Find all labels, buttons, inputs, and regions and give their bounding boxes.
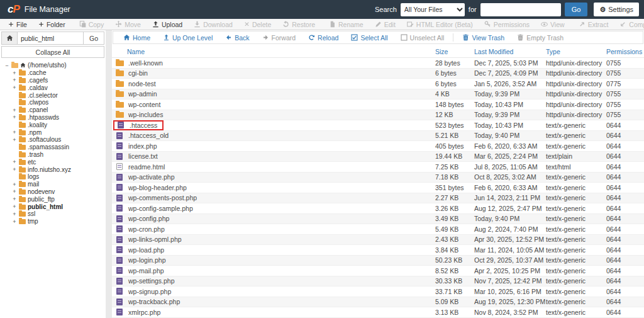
file-row-wp-signup-php[interactable]: wp-signup.php33.71 KBMar 10, 2025, 6:16 … <box>112 287 644 297</box>
tree-item-info-niutsho-xyz[interactable]: +info.niutsho.xyz <box>4 166 104 173</box>
path-go-button[interactable]: Go <box>84 31 104 45</box>
expand-icon[interactable]: + <box>12 77 17 83</box>
tree-item-cl-selector[interactable]: .cl.selector <box>4 91 104 99</box>
file-row-wp-blog-header-php[interactable]: wp-blog-header.php351 bytesFeb 6, 2020, … <box>112 183 644 193</box>
nav-back-button[interactable]: Back <box>219 34 255 42</box>
expand-icon[interactable]: + <box>12 188 17 195</box>
expand-icon[interactable]: + <box>12 196 17 202</box>
collapse-all-button[interactable]: Collapse All <box>1 46 104 58</box>
toolbar-folder-button[interactable]: Folder <box>33 19 71 30</box>
column-header-permissions[interactable]: Permissions <box>606 48 644 55</box>
tree-item-mail[interactable]: +mail <box>4 181 104 188</box>
file-name-cell[interactable]: node-test <box>112 80 435 88</box>
expand-icon[interactable]: + <box>12 137 17 143</box>
tree-item-caldav[interactable]: +.caldav <box>4 84 104 91</box>
column-header-last-modified[interactable]: Last Modified <box>474 48 546 55</box>
file-row-wp-config-sample-php[interactable]: wp-config-sample.php3.26 KBAug 12, 2025,… <box>112 203 644 214</box>
expand-icon[interactable]: + <box>12 203 17 210</box>
file-row-wp-mail-php[interactable]: wp-mail.php8.52 KBApr 2, 2025, 10:25 PMt… <box>112 266 644 276</box>
file-name-cell[interactable]: .htaccess <box>112 120 435 130</box>
expand-icon[interactable]: + <box>12 70 17 76</box>
file-row-wp-admin[interactable]: wp-admin4 KBToday, 9:39 PMhttpd/unix-dir… <box>112 89 644 100</box>
file-row-wp-links-opml-php[interactable]: wp-links-opml.php2.43 KBApr 30, 2025, 12… <box>112 235 644 246</box>
file-name-cell[interactable]: wp-signup.php <box>112 288 435 295</box>
path-input[interactable] <box>18 31 84 45</box>
file-name-cell[interactable]: license.txt <box>112 152 435 160</box>
tree-item-public-ftp[interactable]: +public_ftp <box>4 195 104 203</box>
nav-up-one-level-button[interactable]: Up One Level <box>157 34 219 42</box>
tree-item-clwpos[interactable]: .clwpos <box>4 99 104 106</box>
tree-item-nodevenv[interactable]: +nodevenv <box>4 188 104 196</box>
file-name-cell[interactable]: cgi-bin <box>112 69 435 77</box>
tree-item-spamassassin[interactable]: .spamassassin <box>4 144 104 151</box>
expand-icon[interactable]: + <box>12 129 17 135</box>
column-header-name[interactable]: Name <box>112 48 435 55</box>
file-name-cell[interactable]: wp-includes <box>112 111 435 118</box>
nav-select-all-button[interactable]: Select All <box>345 34 394 42</box>
file-row-wp-includes[interactable]: wp-includes12 KBToday, 9:39 PMhttpd/unix… <box>112 110 644 121</box>
file-name-cell[interactable]: wp-mail.php <box>112 267 435 275</box>
column-header-type[interactable]: Type <box>546 48 606 55</box>
file-name-cell[interactable]: .htaccess_old <box>112 132 435 139</box>
expand-icon[interactable]: + <box>12 159 17 165</box>
file-row-node-test[interactable]: node-test6 bytesJan 5, 2026, 3:52 AMhttp… <box>112 79 644 89</box>
search-scope-select[interactable]: All Your Files <box>401 3 465 16</box>
nav-reload-button[interactable]: Reload <box>302 34 345 42</box>
file-row-xmlrpc-php[interactable]: xmlrpc.php3.13 KBNov 8, 2024, 3:52 PMtex… <box>112 307 644 318</box>
file-name-cell[interactable]: readme.html <box>112 163 435 171</box>
file-row-well-known[interactable]: .well-known28 bytesDec 7, 2025, 5:03 PMh… <box>112 58 644 69</box>
file-name-cell[interactable]: .well-known <box>112 59 435 67</box>
file-row-wp-content[interactable]: wp-content148 bytesToday, 10:43 PMhttpd/… <box>112 99 644 110</box>
collapse-expander-icon[interactable]: − <box>4 62 9 69</box>
file-name-cell[interactable]: wp-config-sample.php <box>112 205 435 212</box>
file-name-cell[interactable]: wp-blog-header.php <box>112 184 435 191</box>
file-row-wp-cron-php[interactable]: wp-cron.php5.49 KBAug 2, 2024, 7:40 PMte… <box>112 224 644 235</box>
file-name-cell[interactable]: wp-activate.php <box>112 173 435 181</box>
nav-view-trash-button[interactable]: View Trash <box>456 34 511 42</box>
file-name-cell[interactable]: wp-links-opml.php <box>112 236 435 243</box>
file-row-wp-trackback-php[interactable]: wp-trackback.php5.09 KBAug 19, 2025, 12:… <box>112 297 644 308</box>
tree-item-ssl[interactable]: +ssl <box>4 210 104 218</box>
file-row-wp-settings-php[interactable]: wp-settings.php30.33 KBNov 7, 2025, 12:4… <box>112 276 644 287</box>
tree-item-public-html[interactable]: +public_html <box>4 203 104 210</box>
expand-icon[interactable]: + <box>12 107 17 113</box>
toolbar-upload-button[interactable]: Upload <box>147 19 188 30</box>
file-name-cell[interactable]: wp-comments-post.php <box>112 194 435 202</box>
column-header-size[interactable]: Size <box>435 48 474 55</box>
file-name-cell[interactable]: wp-load.php <box>112 246 435 254</box>
toolbar-file-button[interactable]: File <box>3 19 33 30</box>
tree-item-npm[interactable]: +.npm <box>4 128 104 136</box>
file-name-cell[interactable]: wp-settings.php <box>112 277 435 285</box>
search-go-button[interactable]: Go <box>565 3 588 16</box>
tree-item-etc[interactable]: +etc <box>4 158 104 166</box>
file-name-cell[interactable]: wp-login.php <box>112 256 435 264</box>
file-row-wp-activate-php[interactable]: wp-activate.php7.18 KBOct 8, 2025, 3:02 … <box>112 173 644 183</box>
settings-button[interactable]: ⚙Settings <box>594 3 639 16</box>
file-row-cgi-bin[interactable]: cgi-bin6 bytesDec 7, 2025, 4:09 PMhttpd/… <box>112 69 644 79</box>
tree-root[interactable]: −(/home/utsho) <box>4 62 104 69</box>
file-row-wp-comments-post-php[interactable]: wp-comments-post.php2.27 KBJun 14, 2023,… <box>112 193 644 204</box>
expand-icon[interactable]: + <box>12 114 17 120</box>
file-name-cell[interactable]: index.php <box>112 142 435 150</box>
file-row-wp-load-php[interactable]: wp-load.php3.84 KBMar 11, 2024, 10:05 AM… <box>112 245 644 256</box>
file-name-cell[interactable]: xmlrpc.php <box>112 309 435 316</box>
tree-item-cagefs[interactable]: +.cagefs <box>4 77 104 84</box>
tree-item-cpanel[interactable]: +.cpanel <box>4 106 104 114</box>
expand-icon[interactable]: + <box>12 181 17 188</box>
file-row-htaccess[interactable]: .htaccess523 bytesToday, 10:43 PMtext/x-… <box>112 120 644 131</box>
search-input[interactable] <box>480 3 561 16</box>
tree-item-koality[interactable]: .koality <box>4 121 104 128</box>
file-name-cell[interactable]: wp-cron.php <box>112 225 435 233</box>
tree-item-trash[interactable]: .trash <box>4 151 104 159</box>
tree-item-cache[interactable]: +.cache <box>4 69 104 77</box>
file-row-readme-html[interactable]: readme.html7.25 KBJul 8, 2025, 11:05 AMt… <box>112 162 644 173</box>
file-name-cell[interactable]: wp-content <box>112 101 435 108</box>
file-row-wp-login-php[interactable]: wp-login.php50.23 KBOct 29, 2025, 10:37 … <box>112 256 644 266</box>
tree-item-tmp[interactable]: +tmp <box>4 218 104 225</box>
file-row-htaccess-old[interactable]: .htaccess_old5.21 KBToday, 9:40 PMtext/x… <box>112 131 644 142</box>
expand-icon[interactable]: + <box>12 211 17 217</box>
tree-item-htpasswds[interactable]: +.htpasswds <box>4 114 104 122</box>
file-row-license-txt[interactable]: license.txt19.44 KBMar 6, 2025, 2:24 PMt… <box>112 152 644 162</box>
file-row-index-php[interactable]: index.php405 bytesFeb 6, 2020, 6:33 AMte… <box>112 141 644 152</box>
tree-item-logs[interactable]: logs <box>4 173 104 181</box>
